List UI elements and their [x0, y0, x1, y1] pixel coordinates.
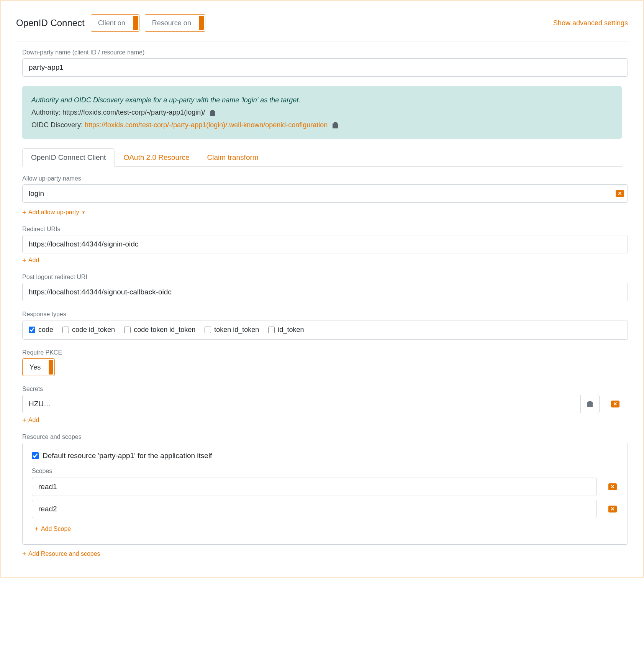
checkbox-input[interactable] — [205, 327, 211, 333]
tab-resource[interactable]: OAuth 2.0 Resource — [115, 148, 198, 167]
checkbox-input[interactable] — [29, 327, 35, 333]
add-secret-label: Add — [28, 417, 39, 424]
up-party-input[interactable] — [22, 184, 628, 203]
post-logout-input[interactable] — [22, 283, 628, 301]
authority-url: https://foxids.com/test-corp/-/party-app… — [62, 108, 205, 116]
tab-client[interactable]: OpenID Connect Client — [22, 148, 115, 167]
page-title: OpenID Connect — [16, 18, 85, 28]
up-party-label: Allow up-party names — [16, 175, 628, 182]
copy-secret-button[interactable] — [580, 395, 600, 413]
show-advanced-link[interactable]: Show advanced settings — [553, 19, 628, 27]
resource-toggle-label: Resource on — [145, 19, 198, 27]
clipboard-icon[interactable] — [210, 110, 215, 116]
resource-scopes-label: Resource and scopes — [16, 434, 628, 440]
client-toggle-label: Client on — [91, 19, 132, 27]
checkbox-input[interactable] — [268, 327, 275, 333]
delete-icon[interactable] — [611, 401, 619, 407]
tabs: OpenID Connect Client OAuth 2.0 Resource… — [22, 148, 622, 167]
add-redirect-link[interactable]: + Add — [22, 256, 39, 264]
response-types-group: code code id_token code token id_token t… — [22, 320, 628, 340]
post-logout-label: Post logout redirect URI — [16, 274, 628, 281]
discovery-url-link[interactable]: https://foxids.com/test-corp/-/party-app… — [85, 121, 328, 129]
delete-icon[interactable] — [608, 506, 617, 512]
add-secret-link[interactable]: + Add — [22, 416, 39, 424]
header-row: OpenID Connect Client on Resource on Sho… — [16, 14, 628, 41]
add-resource-scopes-link[interactable]: + Add Resource and scopes — [22, 550, 100, 558]
secret-input[interactable] — [22, 395, 580, 413]
scope-row — [32, 500, 618, 518]
add-resource-scopes-label: Add Resource and scopes — [28, 550, 100, 557]
plus-icon: + — [22, 209, 26, 216]
add-up-party-link[interactable]: + Add allow up-party ▼ — [22, 209, 85, 216]
pkce-toggle[interactable]: Yes — [22, 358, 55, 376]
discovery-label: OIDC Discovery: — [31, 121, 85, 129]
scope-input[interactable] — [32, 500, 597, 518]
plus-icon: + — [22, 416, 26, 424]
delete-icon[interactable] — [608, 483, 617, 490]
toggle-thumb-icon — [199, 16, 204, 30]
add-up-party-label: Add allow up-party — [28, 209, 79, 216]
default-resource-check[interactable]: Default resource 'party-app1' for the ap… — [32, 452, 618, 460]
tab-claim[interactable]: Claim transform — [198, 148, 267, 167]
redirect-label: Redirect URIs — [16, 226, 628, 233]
info-box: Authority and OIDC Discovery example for… — [22, 86, 622, 139]
default-resource-label: Default resource 'party-app1' for the ap… — [43, 452, 212, 460]
caret-down-icon: ▼ — [81, 210, 85, 215]
response-types-label: Response types — [16, 311, 628, 318]
checkbox-input[interactable] — [62, 327, 69, 333]
checkbox-input[interactable] — [32, 452, 39, 459]
scope-input[interactable] — [32, 478, 597, 496]
down-party-input[interactable] — [22, 58, 628, 77]
info-discovery-line: OIDC Discovery: https://foxids.com/test-… — [31, 119, 613, 131]
authority-label: Authority: — [31, 108, 62, 116]
add-scope-label: Add Scope — [41, 526, 71, 532]
scopes-label: Scopes — [32, 468, 618, 475]
secrets-label: Secrets — [16, 386, 628, 393]
plus-icon: + — [22, 550, 26, 558]
clipboard-icon[interactable] — [333, 122, 338, 128]
clipboard-icon — [587, 401, 593, 407]
toggle-thumb-icon — [49, 360, 53, 374]
redirect-input[interactable] — [22, 235, 628, 253]
toggle-thumb-icon — [133, 16, 138, 30]
checkbox-code[interactable]: code — [29, 326, 53, 334]
checkbox-input[interactable] — [124, 327, 131, 333]
resource-scopes-box: Default resource 'party-app1' for the ap… — [22, 443, 628, 545]
checkbox-code-token-id-token[interactable]: code token id_token — [124, 326, 195, 334]
info-heading: Authority and OIDC Discovery example for… — [31, 94, 613, 106]
scope-row — [32, 478, 618, 496]
delete-icon[interactable] — [616, 190, 624, 197]
pkce-value: Yes — [23, 363, 48, 371]
add-redirect-label: Add — [28, 257, 39, 264]
checkbox-code-id-token[interactable]: code id_token — [62, 326, 115, 334]
add-scope-link[interactable]: + Add Scope — [35, 525, 71, 533]
plus-icon: + — [22, 256, 26, 264]
resource-toggle[interactable]: Resource on — [145, 14, 205, 32]
checkbox-token-id-token[interactable]: token id_token — [205, 326, 259, 334]
down-party-label: Down-party name (client ID / resource na… — [16, 49, 628, 56]
pkce-label: Require PKCE — [16, 349, 628, 356]
client-toggle[interactable]: Client on — [91, 14, 139, 32]
plus-icon: + — [35, 525, 39, 533]
checkbox-id-token[interactable]: id_token — [268, 326, 304, 334]
info-authority-line: Authority: https://foxids.com/test-corp/… — [31, 106, 613, 118]
